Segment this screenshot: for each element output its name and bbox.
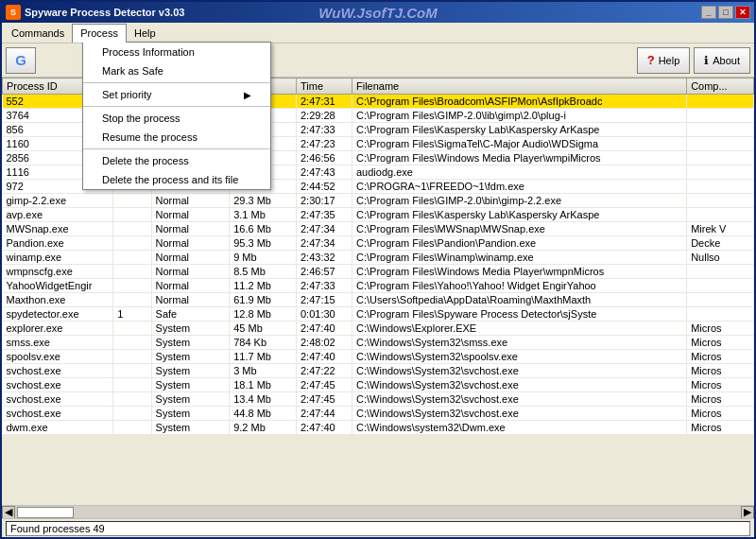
menu-help[interactable]: Help <box>127 24 163 43</box>
about-button[interactable]: ℹ About <box>694 47 750 74</box>
table-row[interactable]: svchost.exeSystem13.4 Mb2:47:45C:\Window… <box>3 392 754 407</box>
table-row[interactable]: dwm.exeSystem9.2 Mb2:47:40C:\Windows\sys… <box>3 421 754 435</box>
google-button[interactable]: G <box>6 47 36 74</box>
table-row[interactable]: avp.exeNormal3.1 Mb2:47:35C:\Program Fil… <box>3 208 754 222</box>
table-cell: System <box>151 364 230 378</box>
table-cell: 13.4 Mb <box>230 392 297 407</box>
table-row[interactable]: MWSnap.exeNormal16.6 Mb2:47:34C:\Program… <box>3 222 754 236</box>
table-cell: 2:30:17 <box>296 194 352 208</box>
table-cell: svchost.exe <box>3 407 113 421</box>
table-cell: System <box>151 378 230 392</box>
menu-delete-process[interactable]: Delete the process <box>83 151 270 170</box>
table-cell: C:\Program Files\Windows Media Player\wm… <box>352 151 687 165</box>
menu-process[interactable]: Process <box>72 24 127 43</box>
table-cell <box>687 95 754 109</box>
table-cell: winamp.exe <box>3 251 113 265</box>
table-cell: Maxthon.exe <box>3 293 113 307</box>
table-cell: YahooWidgetEngir <box>3 279 113 293</box>
table-cell: C:\Windows\System32\spoolsv.exe <box>352 350 687 364</box>
table-cell <box>687 165 754 180</box>
scroll-thumb[interactable] <box>17 507 74 518</box>
col-filename[interactable]: Filename <box>352 78 687 95</box>
table-row[interactable]: winamp.exeNormal9 Mb2:43:32C:\Program Fi… <box>3 251 754 265</box>
scroll-right-button[interactable]: ▶ <box>741 506 754 519</box>
table-cell: C:\Program Files\Pandion\Pandion.exe <box>352 236 687 251</box>
help-button[interactable]: ? Help <box>637 47 691 74</box>
table-cell: Normal <box>151 222 230 236</box>
menu-set-priority[interactable]: Set priority ▶ <box>83 85 270 104</box>
table-cell <box>687 279 754 293</box>
title-bar: S Spyware Process Detector v3.03 WuW.Jso… <box>2 2 754 23</box>
maximize-button[interactable]: □ <box>718 6 733 19</box>
table-cell: System <box>151 322 230 336</box>
table-row[interactable]: smss.exeSystem784 Kb2:48:02C:\Windows\Sy… <box>3 336 754 350</box>
table-cell: 11.7 Mb <box>230 350 297 364</box>
status-panel: Found processes 49 <box>6 521 750 536</box>
close-button[interactable]: ✕ <box>735 6 750 19</box>
table-cell: System <box>151 350 230 364</box>
table-cell <box>687 137 754 151</box>
table-cell: C:\PROGRA~1\FREEDO~1\fdm.exe <box>352 180 687 194</box>
table-cell: C:\Program Files\Winamp\winamp.exe <box>352 251 687 265</box>
table-row[interactable]: YahooWidgetEngirNormal11.2 Mb2:47:33C:\P… <box>3 279 754 293</box>
table-cell: System <box>151 407 230 421</box>
menu-stop-process[interactable]: Stop the process <box>83 109 270 128</box>
table-cell: Mirek V <box>687 222 754 236</box>
table-cell: 2:47:33 <box>296 123 352 137</box>
table-cell <box>113 407 151 421</box>
table-row[interactable]: svchost.exeSystem3 Mb2:47:22C:\Windows\S… <box>3 364 754 378</box>
table-cell: wmpnscfg.exe <box>3 265 113 279</box>
table-cell: C:\Windows\System32\smss.exe <box>352 336 687 350</box>
table-row[interactable]: explorer.exeSystem45 Mb2:47:40C:\Windows… <box>3 322 754 336</box>
table-cell: 0:01:30 <box>296 307 352 322</box>
table-cell <box>113 251 151 265</box>
table-cell: Micros <box>687 407 754 421</box>
table-row[interactable]: wmpnscfg.exeNormal8.5 Mb2:46:57C:\Progra… <box>3 265 754 279</box>
menu-mark-safe[interactable]: Mark as Safe <box>83 61 270 80</box>
table-cell <box>113 208 151 222</box>
about-icon: ℹ <box>704 54 709 67</box>
table-cell <box>113 378 151 392</box>
table-cell: spoolsv.exe <box>3 350 113 364</box>
scroll-left-button[interactable]: ◀ <box>2 506 15 519</box>
col-comp[interactable]: Comp... <box>687 78 754 95</box>
table-cell: C:\Program Files\GIMP-2.0\bin\gimp-2.2.e… <box>352 194 687 208</box>
table-cell: 3.1 Mb <box>230 208 297 222</box>
table-cell: spydetector.exe <box>3 307 113 322</box>
table-cell: 95.3 Mb <box>230 236 297 251</box>
table-cell: 2:47:34 <box>296 236 352 251</box>
table-row[interactable]: gimp-2.2.exeNormal29.3 Mb2:30:17C:\Progr… <box>3 194 754 208</box>
horizontal-scrollbar[interactable] <box>15 506 741 519</box>
table-cell: 2:47:33 <box>296 279 352 293</box>
table-cell: C:\Windows\System32\svchost.exe <box>352 407 687 421</box>
table-cell: 2:44:52 <box>296 180 352 194</box>
table-cell: gimp-2.2.exe <box>3 194 113 208</box>
table-cell: Normal <box>151 194 230 208</box>
menu-delete-process-file[interactable]: Delete the process and its file <box>83 170 270 189</box>
table-cell: System <box>151 421 230 435</box>
table-cell: Micros <box>687 322 754 336</box>
table-cell: Micros <box>687 336 754 350</box>
table-cell: smss.exe <box>3 336 113 350</box>
table-cell: C:\Program Files\Kaspersky Lab\Kaspersky… <box>352 208 687 222</box>
table-row[interactable]: spoolsv.exeSystem11.7 Mb2:47:40C:\Window… <box>3 350 754 364</box>
table-row[interactable]: spydetector.exe1Safe12.8 Mb0:01:30C:\Pro… <box>3 307 754 322</box>
table-row[interactable]: Maxthon.exeNormal61.9 Mb2:47:15C:\Users\… <box>3 293 754 307</box>
watermark: WuW.JsofTJ.CoM <box>318 5 437 21</box>
scrollbar-area[interactable]: ◀ ▶ <box>2 505 754 518</box>
menu-resume-process[interactable]: Resume the process <box>83 128 270 147</box>
minimize-button[interactable]: _ <box>701 6 716 19</box>
table-cell <box>687 293 754 307</box>
table-cell: 16.6 Mb <box>230 222 297 236</box>
table-cell: Normal <box>151 208 230 222</box>
table-row[interactable]: svchost.exeSystem44.8 Mb2:47:44C:\Window… <box>3 407 754 421</box>
table-cell: 2:47:40 <box>296 350 352 364</box>
table-cell: 2:47:22 <box>296 364 352 378</box>
menu-commands[interactable]: Commands <box>4 24 72 43</box>
table-cell: Normal <box>151 236 230 251</box>
col-time[interactable]: Time <box>296 78 352 95</box>
table-row[interactable]: Pandion.exeNormal95.3 Mb2:47:34C:\Progra… <box>3 236 754 251</box>
table-cell: 2:43:32 <box>296 251 352 265</box>
menu-process-info[interactable]: Process Information <box>83 43 270 61</box>
table-row[interactable]: svchost.exeSystem18.1 Mb2:47:45C:\Window… <box>3 378 754 392</box>
